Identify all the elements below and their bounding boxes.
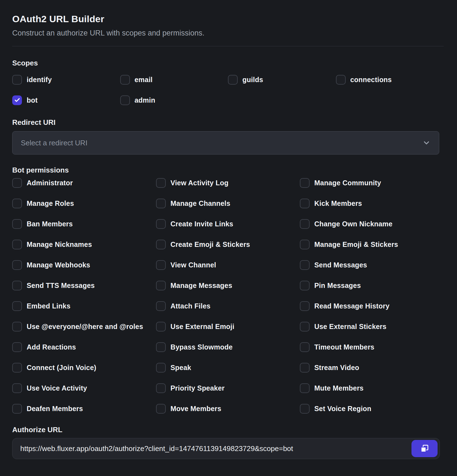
permission-checkbox-pin-messages[interactable]: Pin Messages xyxy=(300,280,444,290)
permission-checkbox-manage-webhooks[interactable]: Manage Webhooks xyxy=(12,260,156,270)
permission-checkbox-priority-speaker[interactable]: Priority Speaker xyxy=(156,383,300,393)
bot-permissions-grid: Administrator View Activity Log Manage C… xyxy=(12,178,444,414)
checkbox-label: Set Voice Region xyxy=(314,405,371,413)
copy-url-button[interactable] xyxy=(411,440,438,457)
permission-checkbox-attach-files[interactable]: Attach Files xyxy=(156,301,300,311)
checkbox-box[interactable] xyxy=(156,260,166,270)
checkbox-box[interactable] xyxy=(12,301,22,311)
permission-checkbox-use-external-emoji[interactable]: Use External Emoji xyxy=(156,321,300,331)
checkbox-label: Timeout Members xyxy=(314,343,374,351)
chevron-down-icon xyxy=(422,139,431,147)
checkbox-box[interactable] xyxy=(12,240,22,249)
permission-checkbox-move-members[interactable]: Move Members xyxy=(156,404,300,414)
checkbox-box[interactable] xyxy=(12,404,22,414)
permission-checkbox-manage-nicknames[interactable]: Manage Nicknames xyxy=(12,239,156,249)
checkbox-box[interactable] xyxy=(300,178,310,188)
checkbox-box[interactable] xyxy=(156,178,166,188)
permission-checkbox-timeout-members[interactable]: Timeout Members xyxy=(300,342,444,352)
checkbox-box[interactable] xyxy=(336,75,346,85)
scope-checkbox-guilds[interactable]: guilds xyxy=(228,75,336,85)
permission-checkbox-bypass-slowmode[interactable]: Bypass Slowmode xyxy=(156,342,300,352)
checkbox-box[interactable] xyxy=(156,199,166,208)
checkbox-box[interactable] xyxy=(12,363,22,373)
permission-checkbox-mute-members[interactable]: Mute Members xyxy=(300,383,444,393)
permission-checkbox-connect-join-voice[interactable]: Connect (Join Voice) xyxy=(12,363,156,373)
permission-checkbox-kick-members[interactable]: Kick Members xyxy=(300,198,444,208)
permission-checkbox-deafen-members[interactable]: Deafen Members xyxy=(12,404,156,414)
permission-checkbox-use-external-stickers[interactable]: Use External Stickers xyxy=(300,321,444,331)
checkbox-box[interactable] xyxy=(156,363,166,373)
redirect-uri-select[interactable]: Select a redirect URI xyxy=(12,131,439,155)
scope-checkbox-connections[interactable]: connections xyxy=(336,75,444,85)
permission-checkbox-read-message-history[interactable]: Read Message History xyxy=(300,301,444,311)
checkbox-box[interactable] xyxy=(300,404,310,414)
checkbox-box[interactable] xyxy=(228,75,238,85)
permission-checkbox-use-voice-activity[interactable]: Use Voice Activity xyxy=(12,383,156,393)
checkbox-box[interactable] xyxy=(156,240,166,249)
checkbox-box[interactable] xyxy=(156,219,166,229)
permission-checkbox-change-own-nickname[interactable]: Change Own Nickname xyxy=(300,219,444,229)
permission-checkbox-create-invite-links[interactable]: Create Invite Links xyxy=(156,219,300,229)
checkbox-box[interactable] xyxy=(12,281,22,290)
permission-checkbox-ban-members[interactable]: Ban Members xyxy=(12,219,156,229)
checkbox-box[interactable] xyxy=(300,342,310,352)
checkbox-label: bot xyxy=(27,96,37,104)
checkbox-box[interactable] xyxy=(300,383,310,393)
permission-checkbox-manage-messages[interactable]: Manage Messages xyxy=(156,280,300,290)
checkbox-box[interactable] xyxy=(300,260,310,270)
permission-checkbox-manage-emoji-stickers[interactable]: Manage Emoji & Stickers xyxy=(300,239,444,249)
checkbox-box[interactable] xyxy=(300,363,310,373)
check-icon xyxy=(14,97,20,103)
checkbox-label: Speak xyxy=(170,364,191,372)
permission-checkbox-administrator[interactable]: Administrator xyxy=(12,178,156,188)
scope-checkbox-bot[interactable]: bot xyxy=(12,95,120,105)
checkbox-box[interactable] xyxy=(300,219,310,229)
permission-checkbox-create-emoji-stickers[interactable]: Create Emoji & Stickers xyxy=(156,239,300,249)
checkbox-box[interactable] xyxy=(300,322,310,331)
checkbox-box[interactable] xyxy=(156,342,166,352)
permission-checkbox-view-channel[interactable]: View Channel xyxy=(156,260,300,270)
permission-checkbox-add-reactions[interactable]: Add Reactions xyxy=(12,342,156,352)
checkbox-box[interactable] xyxy=(156,322,166,331)
checkbox-box[interactable] xyxy=(12,178,22,188)
checkbox-box[interactable] xyxy=(300,199,310,208)
permission-checkbox-set-voice-region[interactable]: Set Voice Region xyxy=(300,404,444,414)
checkbox-label: Kick Members xyxy=(314,199,362,207)
checkbox-label: admin xyxy=(135,96,155,104)
authorize-url-input[interactable] xyxy=(12,438,411,459)
checkbox-box[interactable] xyxy=(12,219,22,229)
checkbox-box[interactable] xyxy=(12,95,22,105)
permission-checkbox-use-everyone-here-and-roles[interactable]: Use @everyone/@here and @roles xyxy=(12,321,156,331)
checkbox-label: Manage Community xyxy=(314,179,381,187)
checkbox-box[interactable] xyxy=(156,404,166,414)
permission-checkbox-manage-community[interactable]: Manage Community xyxy=(300,178,444,188)
permission-checkbox-manage-channels[interactable]: Manage Channels xyxy=(156,198,300,208)
permission-checkbox-manage-roles[interactable]: Manage Roles xyxy=(12,198,156,208)
checkbox-box[interactable] xyxy=(12,199,22,208)
scope-checkbox-email[interactable]: email xyxy=(120,75,228,85)
checkbox-box[interactable] xyxy=(12,342,22,352)
checkbox-box[interactable] xyxy=(12,322,22,331)
scope-checkbox-admin[interactable]: admin xyxy=(120,95,228,105)
permission-checkbox-embed-links[interactable]: Embed Links xyxy=(12,301,156,311)
checkbox-box[interactable] xyxy=(300,301,310,311)
permission-checkbox-speak[interactable]: Speak xyxy=(156,363,300,373)
checkbox-box[interactable] xyxy=(300,281,310,290)
checkbox-box[interactable] xyxy=(120,75,130,85)
permission-checkbox-send-messages[interactable]: Send Messages xyxy=(300,260,444,270)
checkbox-label: Change Own Nickname xyxy=(314,220,393,228)
checkbox-label: Create Emoji & Stickers xyxy=(170,240,250,249)
permission-checkbox-view-activity-log[interactable]: View Activity Log xyxy=(156,178,300,188)
checkbox-box[interactable] xyxy=(12,260,22,270)
checkbox-box[interactable] xyxy=(12,383,22,393)
checkbox-label: Manage Channels xyxy=(170,199,230,207)
checkbox-box[interactable] xyxy=(120,95,130,105)
permission-checkbox-stream-video[interactable]: Stream Video xyxy=(300,363,444,373)
checkbox-box[interactable] xyxy=(156,301,166,311)
permission-checkbox-send-tts-messages[interactable]: Send TTS Messages xyxy=(12,280,156,290)
checkbox-box[interactable] xyxy=(300,240,310,249)
checkbox-box[interactable] xyxy=(156,383,166,393)
scope-checkbox-identify[interactable]: identify xyxy=(12,75,120,85)
checkbox-box[interactable] xyxy=(12,75,22,85)
checkbox-box[interactable] xyxy=(156,281,166,290)
